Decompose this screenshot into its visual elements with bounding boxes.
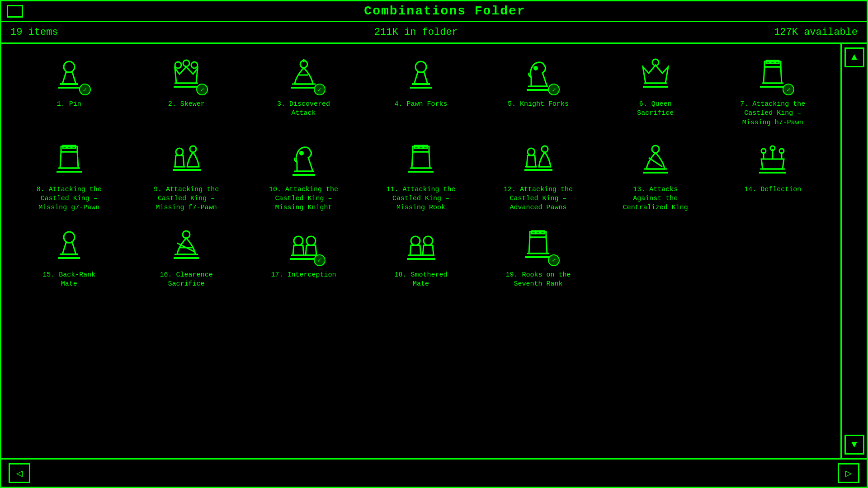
scroll-down-button[interactable]: ▼: [844, 435, 864, 455]
scroll-up-button[interactable]: ▲: [844, 47, 864, 67]
main-window: Combinations Folder 19 items 211K in fol…: [0, 0, 868, 488]
check-badge-17: ✓: [314, 254, 326, 266]
item-icon-10: [286, 142, 322, 180]
item-cell-11[interactable]: 11. Attacking the Castled King – Missing…: [362, 136, 479, 217]
check-badge-2: ✓: [196, 84, 208, 95]
item-cell-7[interactable]: ✓7. Attacking the Castled King – Missing…: [714, 51, 831, 132]
item-cell-17[interactable]: ✓17. Interception: [245, 222, 362, 294]
item-icon-container-1: ✓: [47, 56, 92, 96]
item-label-8: 8. Attacking the Castled King – Missing …: [33, 185, 105, 213]
bottom-nav-bar: ◁ ▷: [1, 460, 867, 487]
item-icon-container-13: [633, 141, 678, 182]
check-badge-3: ✓: [314, 84, 326, 95]
svg-point-82: [424, 236, 433, 245]
item-icon-container-9: [164, 141, 209, 182]
svg-point-5: [191, 62, 198, 68]
item-icon-container-18: [398, 226, 443, 267]
item-label-5: 5. Knight Forks: [508, 100, 569, 109]
item-icon-container-12: [515, 141, 561, 182]
item-label-15: 15. Back-Rank Mate: [33, 271, 105, 289]
item-label-13: 13. Attacks Against the Centralized King: [619, 185, 692, 213]
item-icon-8: [51, 142, 87, 180]
item-icon-4: [403, 57, 439, 95]
item-label-4: 4. Pawn Forks: [394, 100, 447, 109]
item-cell-19[interactable]: ✓19. Rooks on the Seventh Rank: [480, 222, 597, 294]
svg-point-42: [300, 151, 303, 155]
window-title: Combinations Folder: [28, 4, 861, 18]
window-control-box[interactable]: [7, 5, 23, 18]
item-cell-1[interactable]: ✓1. Pin: [10, 51, 127, 132]
item-cell-18[interactable]: 18. Smothered Mate: [362, 222, 479, 294]
item-label-2: 2. Skewer: [168, 100, 205, 109]
item-label-17: 17. Interception: [271, 271, 336, 280]
item-label-11: 11. Attacking the Castled King – Missing…: [385, 185, 457, 213]
item-icon-18: [403, 227, 439, 266]
item-label-3: 3. Discovered Attack: [268, 100, 340, 118]
item-label-10: 10. Attacking the Castled King – Missing…: [268, 185, 340, 213]
svg-point-65: [770, 146, 775, 150]
item-cell-16[interactable]: 16. Clearence Sacrifice: [127, 222, 245, 294]
item-icon-container-4: [398, 56, 443, 96]
main-content-area: ✓1. Pin ✓2. Skewer ✓3. Discovered Attack…: [1, 44, 867, 460]
item-label-16: 16. Clearence Sacrifice: [150, 271, 222, 289]
items-grid: ✓1. Pin ✓2. Skewer ✓3. Discovered Attack…: [10, 51, 831, 293]
folder-size: 211K in folder: [374, 27, 458, 38]
available-space: 127K available: [774, 27, 858, 38]
item-cell-8[interactable]: 8. Attacking the Castled King – Missing …: [10, 136, 127, 217]
item-label-9: 9. Attacking the Castled King – Missing …: [150, 185, 222, 213]
item-icon-container-19: ✓: [515, 226, 561, 267]
svg-point-3: [175, 62, 181, 68]
svg-point-78: [307, 236, 316, 245]
item-icon-13: [637, 142, 674, 180]
check-badge-5: ✓: [548, 84, 560, 95]
items-grid-container: ✓1. Pin ✓2. Skewer ✓3. Discovered Attack…: [1, 44, 842, 458]
svg-point-57: [652, 145, 659, 153]
svg-point-69: [64, 232, 75, 243]
svg-point-54: [528, 148, 535, 155]
status-bar: 19 items 211K in folder 127K available: [1, 22, 867, 44]
item-icon-9: [168, 142, 204, 180]
item-icon-container-16: [164, 226, 209, 267]
check-badge-7: ✓: [783, 84, 794, 95]
item-cell-3[interactable]: ✓3. Discovered Attack: [245, 51, 362, 132]
item-cell-10[interactable]: 10. Attacking the Castled King – Missing…: [245, 136, 362, 217]
item-icon-container-10: [281, 141, 326, 182]
item-icon-15: [51, 227, 87, 266]
item-label-12: 12. Attacking the Castled King – Advance…: [502, 185, 574, 213]
item-icon-container-8: [47, 141, 92, 182]
svg-point-77: [294, 236, 303, 245]
item-icon-container-15: [47, 226, 92, 267]
svg-point-0: [64, 61, 75, 72]
item-cell-15[interactable]: 15. Back-Rank Mate: [10, 222, 127, 294]
svg-point-39: [176, 148, 183, 155]
item-cell-4[interactable]: 4. Pawn Forks: [362, 51, 479, 132]
item-icon-container-7: ✓: [750, 56, 795, 96]
svg-point-72: [183, 231, 190, 238]
item-cell-2[interactable]: ✓2. Skewer: [127, 51, 245, 132]
item-cell-5[interactable]: ✓5. Knight Forks: [480, 51, 597, 132]
svg-point-14: [415, 61, 426, 72]
item-icon-container-2: ✓: [164, 56, 209, 96]
item-label-18: 18. Smothered Mate: [385, 271, 457, 289]
item-label-7: 7. Attacking the Castled King – Missing …: [736, 100, 809, 127]
item-cell-13[interactable]: 13. Attacks Against the Centralized King: [597, 136, 714, 217]
item-icon-16: [168, 227, 204, 266]
svg-point-81: [411, 236, 420, 245]
item-label-14: 14. Deflection: [744, 185, 801, 194]
item-label-6: 6. Queen Sacrifice: [619, 100, 692, 118]
item-cell-6[interactable]: 6. Queen Sacrifice: [597, 51, 714, 132]
item-icon-11: [403, 142, 439, 180]
items-count: 19 items: [10, 27, 58, 38]
item-cell-9[interactable]: 9. Attacking the Castled King – Missing …: [127, 136, 245, 217]
item-icon-14: [755, 142, 791, 180]
check-badge-1: ✓: [79, 84, 91, 95]
item-cell-14[interactable]: 14. Deflection: [714, 136, 831, 217]
item-cell-12[interactable]: 12. Attacking the Castled King – Advance…: [480, 136, 597, 217]
item-icon-container-5: ✓: [515, 56, 561, 96]
nav-forward-button[interactable]: ▷: [838, 463, 859, 483]
svg-point-66: [779, 149, 784, 153]
item-icon-container-17: ✓: [281, 226, 326, 267]
item-icon-12: [520, 142, 556, 180]
item-icon-container-3: ✓: [281, 56, 326, 96]
nav-back-button[interactable]: ◁: [9, 463, 30, 483]
